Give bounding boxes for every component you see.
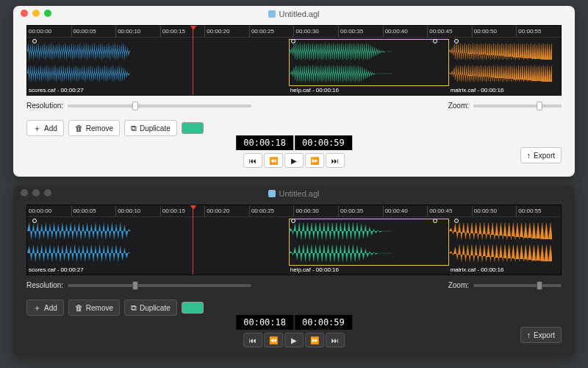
traffic-lights[interactable] [21,189,51,197]
ruler-tick: 00:00:55 [516,26,561,37]
clip-green[interactable] [289,219,449,266]
clip-fade-handle[interactable] [454,219,459,223]
waveform-icon [27,221,131,241]
clip-fade-handle[interactable] [454,39,459,43]
export-button[interactable]: ↑Export [520,327,562,343]
time-ruler[interactable]: 00:00:00 00:00:05 00:00:10 00:00:15 00:0… [27,205,561,217]
add-button[interactable]: ＋Add [26,120,64,136]
ruler-tick: 00:00:35 [338,205,383,216]
clip-green[interactable] [289,39,449,86]
prev-icon: ⏪ [269,157,278,165]
resolution-slider[interactable] [68,105,251,107]
document-icon [268,190,276,197]
skip-end-button[interactable]: ⏭ [326,333,345,347]
total-time: 00:00:59 [295,135,352,150]
ruler-tick: 00:00:00 [27,205,71,216]
duplicate-icon: ⧉ [131,304,137,312]
time-ruler[interactable]: 00:00:00 00:00:05 00:00:10 00:00:15 00:0… [27,26,561,38]
ruler-tick: 00:00:50 [472,205,517,216]
waveform-icon [289,41,392,62]
duplicate-button[interactable]: ⧉Duplicate [124,120,177,136]
ruler-tick: 00:00:15 [160,26,205,37]
close-icon[interactable] [21,10,28,17]
close-icon[interactable] [21,189,28,197]
playhead[interactable] [193,205,193,275]
clip-labels: scores.caf - 00:00:27 help.caf - 00:00:1… [27,86,561,95]
color-swatch[interactable] [182,302,204,314]
ruler-tick: 00:00:50 [472,26,517,37]
duplicate-button[interactable]: ⧉Duplicate [124,300,177,316]
waveform-icon [449,41,553,62]
skip-end-icon: ⏭ [331,336,339,344]
skip-start-button[interactable]: ⏮ [243,153,262,168]
resolution-slider[interactable] [68,284,251,287]
zoom-label: Zoom: [448,281,469,289]
zoom-slider[interactable] [473,284,562,287]
trash-icon: 🗑 [75,304,83,312]
window-title: Untitled.agl [279,189,319,198]
duplicate-label: Duplicate [140,124,171,132]
clip-label: matrix.caf - 00:00:16 [449,266,504,275]
next-button[interactable]: ⏩ [305,333,324,347]
clip-orange[interactable] [449,39,561,86]
remove-button[interactable]: 🗑Remove [68,300,120,316]
export-button[interactable]: ↑Export [520,147,562,163]
next-icon: ⏩ [310,157,319,165]
timeline[interactable]: 00:00:00 00:00:05 00:00:10 00:00:15 00:0… [26,205,562,275]
clip-blue[interactable] [27,219,289,266]
resolution-label: Resolution: [26,102,63,110]
clip-orange[interactable] [449,219,561,266]
clip-fade-handle[interactable] [433,39,437,43]
skip-end-button[interactable]: ⏭ [326,153,345,168]
clip-label: scores.caf - 00:00:27 [27,266,84,275]
clip-label: scores.caf - 00:00:27 [27,86,84,95]
minimize-icon[interactable] [32,10,40,17]
clip-label: matrix.caf - 00:00:16 [449,86,504,95]
ruler-tick: 00:00:55 [516,205,561,216]
clip-blue[interactable] [27,39,289,86]
resolution-label: Resolution: [26,281,63,289]
play-button[interactable]: ▶ [284,333,304,347]
transport: 00:00:18 00:00:59 ⏮ ⏪ ▶ ⏩ ⏭ [236,315,352,347]
remove-label: Remove [86,304,113,312]
color-swatch[interactable] [182,122,204,134]
plus-icon: ＋ [33,124,41,132]
remove-button[interactable]: 🗑Remove [68,120,120,136]
ruler-tick: 00:00:30 [293,205,338,216]
clip-labels: scores.caf - 00:00:27 help.caf - 00:00:1… [27,266,561,275]
ruler-tick: 00:00:45 [427,26,472,37]
window-title: Untitled.agl [279,10,319,18]
ruler-tick: 00:00:00 [27,26,71,37]
next-button[interactable]: ⏩ [305,153,324,168]
maximize-icon[interactable] [44,10,51,17]
play-icon: ▶ [291,157,297,165]
prev-button[interactable]: ⏪ [264,153,283,168]
waveform-icon [449,243,553,263]
ruler-tick: 00:00:40 [383,205,428,216]
skip-end-icon: ⏭ [331,157,339,165]
sliders-row: Resolution: Zoom: [26,281,562,289]
zoom-label: Zoom: [448,102,469,110]
skip-start-button[interactable]: ⏮ [243,333,262,347]
prev-button[interactable]: ⏪ [264,333,283,347]
add-button[interactable]: ＋Add [26,300,64,316]
traffic-lights[interactable] [21,10,51,17]
waveform-icon [449,221,553,241]
minimize-icon[interactable] [32,189,40,197]
trash-icon: 🗑 [75,124,83,132]
zoom-slider[interactable] [473,105,562,107]
waveform-icon [289,243,392,263]
titlebar: Untitled.agl [13,6,575,22]
waveform-icon [27,243,131,263]
skip-start-icon: ⏮ [249,157,257,165]
play-button[interactable]: ▶ [284,153,304,168]
clip-fade-handle[interactable] [433,219,437,223]
toolbar: ＋Add 🗑Remove ⧉Duplicate [26,120,562,136]
next-icon: ⏩ [310,336,319,344]
maximize-icon[interactable] [44,189,51,197]
timeline[interactable]: 00:00:00 00:00:05 00:00:10 00:00:15 00:0… [26,25,562,96]
playhead[interactable] [193,26,193,95]
ruler-tick: 00:00:10 [115,205,160,216]
titlebar: Untitled.agl [13,185,575,202]
waveform-icon [289,221,392,241]
